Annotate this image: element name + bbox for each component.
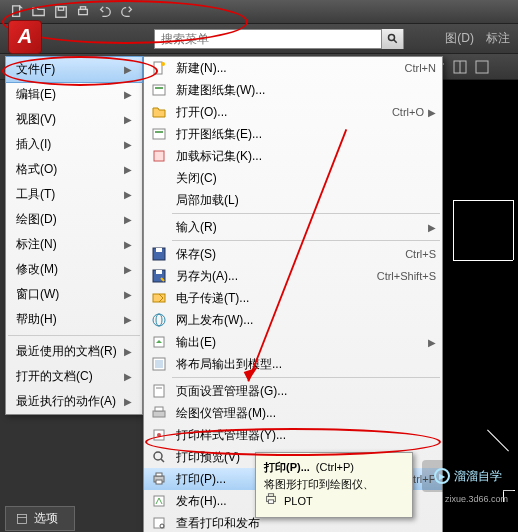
menu-item-8[interactable]: 修改(M)▶ <box>6 257 142 282</box>
svg-rect-39 <box>156 480 162 484</box>
submenu-item[interactable]: 局部加载(L) <box>144 189 442 211</box>
submenu-item[interactable]: 输入(R)▶ <box>144 216 442 238</box>
recent-item-2[interactable]: 最近执行的动作(A)▶ <box>6 389 142 414</box>
chevron-right-icon: ▶ <box>124 396 132 407</box>
chevron-right-icon: ▶ <box>124 239 132 250</box>
svg-rect-2 <box>58 6 63 10</box>
sheetset-icon <box>148 125 170 143</box>
menu-item-10[interactable]: 帮助(H)▶ <box>6 307 142 332</box>
options-label: 选项 <box>34 510 58 527</box>
shortcut-label: Ctrl+S <box>405 248 436 260</box>
save-icon[interactable] <box>52 4 70 20</box>
menu-view[interactable]: 图(D) <box>445 30 474 47</box>
print-icon[interactable] <box>74 4 92 20</box>
blank-icon <box>148 218 170 236</box>
svg-rect-29 <box>154 385 164 397</box>
menu-item-label: 修改(M) <box>16 261 58 278</box>
menu-item-4[interactable]: 格式(O)▶ <box>6 157 142 182</box>
svg-point-13 <box>161 62 165 66</box>
submenu-item[interactable]: 打开图纸集(E)... <box>144 123 442 145</box>
submenu-label: 加载标记集(K)... <box>176 148 436 165</box>
submenu-label: 关闭(C) <box>176 170 436 187</box>
menu-item-3[interactable]: 插入(I)▶ <box>6 132 142 157</box>
printer-icon <box>264 492 278 511</box>
app-logo[interactable]: A <box>8 20 42 54</box>
submenu-label: 新建图纸集(W)... <box>176 82 436 99</box>
submenu-item[interactable]: 输出(E)▶ <box>144 331 442 353</box>
svg-point-24 <box>153 314 165 326</box>
svg-rect-31 <box>153 411 165 417</box>
recent-item-1[interactable]: 打开的文档(C)▶ <box>6 364 142 389</box>
menu-item-0[interactable]: 文件(F)▶ <box>5 56 143 83</box>
undo-icon[interactable] <box>96 4 114 20</box>
props-icon[interactable] <box>474 59 490 75</box>
menu-item-7[interactable]: 标注(N)▶ <box>6 232 142 257</box>
shortcut-label: Ctrl+N <box>405 62 436 74</box>
submenu-item[interactable]: 打印样式管理器(Y)... <box>144 424 442 446</box>
submenu-item[interactable]: 加载标记集(K)... <box>144 145 442 167</box>
submenu-item[interactable]: 将布局输出到模型... <box>144 353 442 375</box>
submenu-item[interactable]: 电子传递(T)... <box>144 287 442 309</box>
menu-item-label: 视图(V) <box>16 111 56 128</box>
chevron-right-icon: ▶ <box>124 64 132 75</box>
submenu-item[interactable]: 新建(N)...Ctrl+N <box>144 57 442 79</box>
submenu-item[interactable]: 关闭(C) <box>144 167 442 189</box>
submenu-label: 将布局输出到模型... <box>176 356 436 373</box>
submenu-item[interactable]: 新建图纸集(W)... <box>144 79 442 101</box>
open-icon[interactable] <box>30 4 48 20</box>
menu-item-5[interactable]: 工具(T)▶ <box>6 182 142 207</box>
etransmit-icon <box>148 289 170 307</box>
new-icon <box>148 59 170 77</box>
print-icon <box>148 470 170 488</box>
menu-annotate[interactable]: 标注 <box>486 30 510 47</box>
menu-item-label: 绘图(D) <box>16 211 57 228</box>
svg-rect-18 <box>154 151 164 161</box>
submenu-item[interactable]: 保存(S)Ctrl+S <box>144 243 442 265</box>
menu-item-6[interactable]: 绘图(D)▶ <box>6 207 142 232</box>
redo-icon[interactable] <box>118 4 136 20</box>
chevron-right-icon: ▶ <box>124 289 132 300</box>
submenu-item[interactable]: 页面设置管理器(G)... <box>144 380 442 402</box>
menu-item-9[interactable]: 窗口(W)▶ <box>6 282 142 307</box>
shortcut-label: Ctrl+O <box>392 106 424 118</box>
search-input[interactable] <box>155 32 381 46</box>
menu-item-label: 编辑(E) <box>16 86 56 103</box>
chevron-right-icon: ▶ <box>124 346 132 357</box>
submenu-item[interactable]: 绘图仪管理器(M)... <box>144 402 442 424</box>
plotter-icon <box>148 404 170 422</box>
chevron-right-icon: ▶ <box>124 214 132 225</box>
recent-item-0[interactable]: 最近使用的文档(R)▶ <box>6 339 142 364</box>
submenu-item[interactable]: 另存为(A)...Ctrl+Shift+S <box>144 265 442 287</box>
search-button[interactable] <box>381 29 403 49</box>
svg-rect-10 <box>18 514 27 523</box>
options-button[interactable]: 选项 <box>5 506 75 531</box>
menu-item-label: 帮助(H) <box>16 311 57 328</box>
new-doc-icon[interactable] <box>8 4 26 20</box>
menubar: A 图(D) 标注 <box>0 24 518 54</box>
menu-item-label: 文件(F) <box>16 61 55 78</box>
svg-rect-17 <box>155 131 163 133</box>
publish-icon <box>148 492 170 510</box>
chevron-right-icon: ▶ <box>124 189 132 200</box>
svg-rect-22 <box>156 270 162 274</box>
menu-item-2[interactable]: 视图(V)▶ <box>6 107 142 132</box>
menu-item-1[interactable]: 编辑(E)▶ <box>6 82 142 107</box>
menu-separator <box>172 377 440 378</box>
chevron-right-icon: ▶ <box>124 264 132 275</box>
submenu-item[interactable]: 网上发布(W)... <box>144 309 442 331</box>
markup-icon <box>148 147 170 165</box>
log-icon <box>148 514 170 532</box>
menu-separator <box>8 335 140 336</box>
svg-point-25 <box>156 314 162 326</box>
layout-icon <box>148 355 170 373</box>
plotstyle-icon <box>148 426 170 444</box>
chevron-right-icon: ▶ <box>428 107 436 118</box>
svg-rect-44 <box>268 494 273 497</box>
quick-access-toolbar <box>0 0 518 24</box>
menu-item-label: 工具(T) <box>16 186 55 203</box>
grid-icon[interactable] <box>452 59 468 75</box>
svg-rect-0 <box>13 5 20 16</box>
svg-rect-45 <box>268 500 273 504</box>
submenu-item[interactable]: 打开(O)...Ctrl+O▶ <box>144 101 442 123</box>
shortcut-label: Ctrl+Shift+S <box>377 270 436 282</box>
